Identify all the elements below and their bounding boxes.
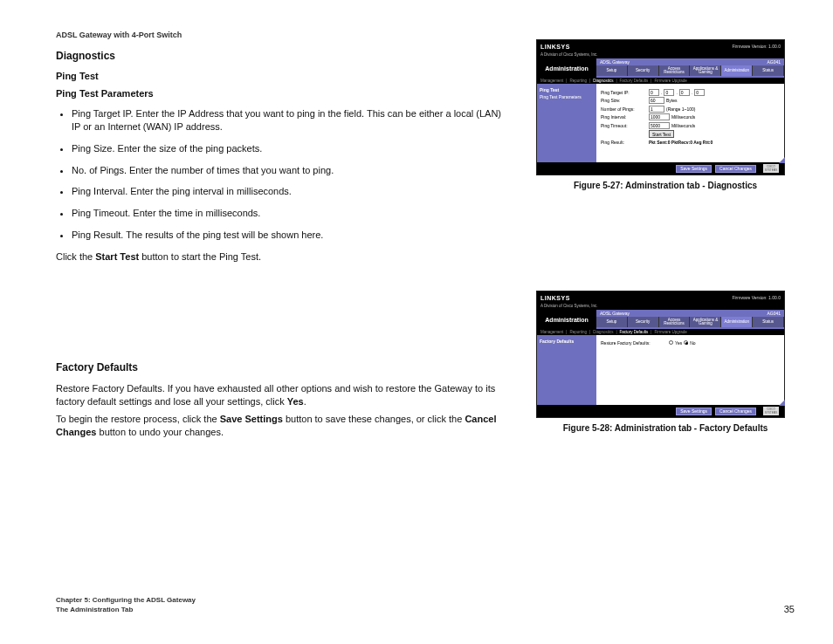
section-title: Administration <box>537 58 596 78</box>
division-text: A Division of Cisco Systems, Inc. <box>537 52 784 58</box>
radio-yes[interactable] <box>669 340 673 345</box>
product-header: ADSL Gateway with 4-Port Switch <box>56 31 510 39</box>
text: To begin the restore process, click the <box>56 414 220 424</box>
ping-interval-input[interactable]: 1000 <box>649 113 670 120</box>
subnav-item[interactable]: Factory Defaults <box>620 79 649 83</box>
sub-nav: Management| Reporting| Diagnostics| Fact… <box>537 329 784 335</box>
section-title: Administration <box>537 310 596 329</box>
text: button to save these changes, or click t… <box>283 414 465 424</box>
ip-octet-1[interactable]: 0 <box>649 89 659 96</box>
start-test-button[interactable]: Start Test <box>649 130 674 138</box>
label-ping-result: Ping Result: <box>601 140 649 145</box>
radio-no[interactable] <box>684 340 688 345</box>
subnav-item[interactable]: Diagnostics <box>593 330 613 334</box>
text: . <box>304 396 306 407</box>
main-tabs: Setup Security Access Restrictions Appli… <box>596 317 784 327</box>
text: button to undo your changes. <box>96 427 224 437</box>
diagnostics-heading: Diagnostics <box>56 50 510 62</box>
label-ping-interval: Ping Interval: <box>601 114 649 120</box>
list-item: No. of Pings. Enter the number of times … <box>72 164 510 177</box>
tab-security[interactable]: Security <box>628 317 659 327</box>
start-test-instruction: Click the Start Test button to start the… <box>56 250 510 264</box>
unit-bytes: Bytes <box>666 98 678 103</box>
cisco-logo: CISCO SYSTEMS <box>763 407 779 415</box>
list-item: Ping Target IP. Enter the IP Address tha… <box>72 107 510 134</box>
ping-params-heading: Ping Test Parameters <box>56 88 510 99</box>
ping-size-input[interactable]: 60 <box>649 97 664 104</box>
tab-apps[interactable]: Applications & Gaming <box>690 65 721 76</box>
tab-setup[interactable]: Setup <box>596 65 628 76</box>
main-tabs: Setup Security Access Restrictions Appli… <box>596 65 784 76</box>
side-subtitle: Ping Test Parameters <box>540 94 594 99</box>
range-hint: (Range 1~100) <box>666 106 696 112</box>
tab-status[interactable]: Status <box>753 317 784 327</box>
tab-access[interactable]: Access Restrictions <box>659 65 691 76</box>
list-item: Ping Result. The results of the ping tes… <box>72 229 510 242</box>
factory-paragraph-1: Restore Factory Defaults. If you have ex… <box>56 382 510 408</box>
figure-caption-1: Figure 5-27: Adminstration tab - Diagnos… <box>536 181 795 190</box>
radio-yes-label: Yes <box>675 340 682 346</box>
gateway-label: ADSL Gateway <box>600 59 630 65</box>
factory-defaults-heading: Factory Defaults <box>56 361 510 373</box>
footer-chapter: Chapter 5: Configuring the ADSL Gateway <box>56 596 196 605</box>
num-pings-input[interactable]: 1 <box>649 106 664 113</box>
tab-administration[interactable]: Administration <box>721 65 753 76</box>
cancel-changes-button[interactable]: Cancel Changes <box>715 165 756 173</box>
unit-ms: Milliseconds <box>671 114 695 120</box>
label-ping-size: Ping Size: <box>601 98 649 103</box>
text: button to start the Ping Test. <box>139 251 261 262</box>
list-item: Ping Interval. Enter the ping interval i… <box>72 185 510 198</box>
subnav-item[interactable]: Firmware Upgrade <box>655 330 687 334</box>
model-label: AG041 <box>767 59 781 65</box>
start-test-label: Start Test <box>95 251 139 262</box>
subnav-item[interactable]: Firmware Upgrade <box>655 79 687 83</box>
subnav-item[interactable]: Reporting <box>569 330 587 334</box>
screenshot-factory-defaults: LINKSYS Firmware Version: 1.00.0 A Divis… <box>536 291 785 418</box>
subnav-item[interactable]: Management <box>540 330 563 334</box>
label-ping-timeout: Ping Timeout: <box>601 123 649 128</box>
sub-nav: Management| Reporting| Diagnostics| Fact… <box>537 78 784 84</box>
ip-octet-4[interactable]: 0 <box>694 89 705 96</box>
page-number: 35 <box>784 604 795 614</box>
tab-status[interactable]: Status <box>753 65 784 76</box>
tab-administration[interactable]: Administration <box>721 317 753 327</box>
side-title: Ping Test <box>540 87 594 92</box>
ip-octet-2[interactable]: 0 <box>664 89 674 96</box>
cisco-logo: CISCO SYSTEMS <box>763 164 779 173</box>
tab-setup[interactable]: Setup <box>596 317 628 327</box>
list-item: Ping Size. Enter the size of the ping pa… <box>72 142 510 155</box>
text: Restore Factory Defaults. If you have ex… <box>56 383 495 407</box>
tab-apps[interactable]: Applications & Gaming <box>690 317 721 327</box>
figure-caption-2: Figure 5-28: Administration tab - Factor… <box>536 423 795 433</box>
gateway-label: ADSL Gateway <box>600 311 630 316</box>
firmware-version: Firmware Version: 1.00.0 <box>732 44 781 49</box>
label-restore-defaults: Restore Factory Defaults: <box>601 340 669 346</box>
save-settings-button[interactable]: Save Settings <box>676 408 712 415</box>
subnav-item[interactable]: Reporting <box>569 79 587 83</box>
model-label: AG041 <box>767 311 781 316</box>
subnav-item-active[interactable]: Factory Defaults <box>620 330 649 334</box>
linksys-logo: LINKSYS <box>540 44 570 50</box>
factory-paragraph-2: To begin the restore process, click the … <box>56 413 510 439</box>
yes-label: Yes <box>287 396 304 407</box>
subnav-item[interactable]: Management <box>540 79 563 83</box>
cancel-changes-button[interactable]: Cancel Changes <box>715 408 756 415</box>
division-text: A Division of Cisco Systems, Inc. <box>537 304 784 310</box>
side-title: Factory Defaults <box>540 339 594 344</box>
ping-result-value: Pkt Sent:0 PktRecv:0 Avg Rtt:0 <box>649 140 713 145</box>
save-settings-button[interactable]: Save Settings <box>676 165 712 173</box>
ping-test-heading: Ping Test <box>56 71 510 81</box>
subnav-item-active[interactable]: Diagnostics <box>593 79 613 83</box>
tab-security[interactable]: Security <box>628 65 659 76</box>
linksys-logo: LINKSYS <box>540 295 570 301</box>
save-settings-label: Save Settings <box>220 414 283 424</box>
radio-no-label: No <box>690 340 695 346</box>
label-target-ip: Ping Target IP: <box>601 90 649 95</box>
ping-timeout-input[interactable]: 5000 <box>649 122 670 129</box>
ip-octet-3[interactable]: 0 <box>679 89 690 96</box>
ping-param-list: Ping Target IP. Enter the IP Address tha… <box>56 107 510 242</box>
list-item: Ping Timeout. Enter the time in millisec… <box>72 207 510 220</box>
tab-access[interactable]: Access Restrictions <box>659 317 691 327</box>
text: Click the <box>56 251 95 262</box>
footer-section: The Administration Tab <box>56 606 196 614</box>
